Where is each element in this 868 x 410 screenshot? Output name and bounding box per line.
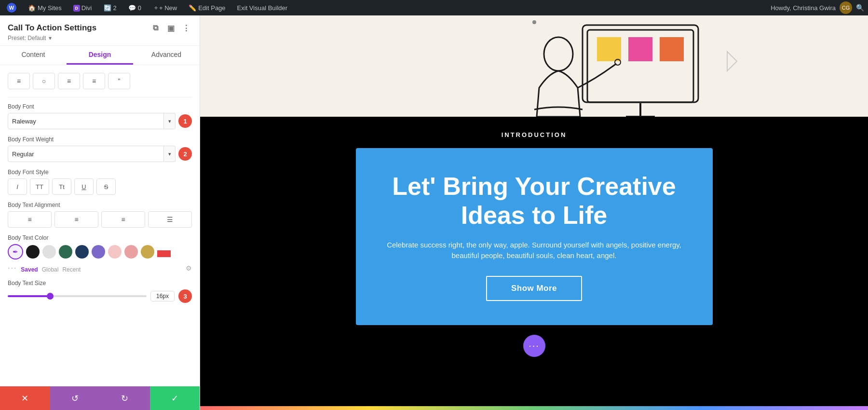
color-swatch-purple[interactable] [92,245,105,259]
color-swatch-light[interactable] [42,245,56,259]
edit-page-link[interactable]: ✏️ Edit Page [186,0,228,15]
tab-design[interactable]: Design [67,46,133,65]
slider-row: 16px 3 [8,289,192,303]
plus-icon: ＋ [153,3,159,12]
more-colors-dots[interactable]: ··· [8,264,17,273]
redo-button[interactable]: ↻ [100,386,150,410]
svg-rect-4 [660,37,684,61]
purple-dots-button[interactable]: ··· [523,335,545,357]
search-icon[interactable]: 🔍 [856,4,864,12]
body-font-weight-label: Body Font Weight [8,136,192,143]
global-tab[interactable]: Global [42,266,59,273]
color-swatch-black[interactable] [26,245,40,259]
italic-btn[interactable]: I [8,178,27,195]
body-font-chevron[interactable]: ▾ [164,113,176,129]
my-sites-label: My Sites [38,4,62,12]
align-center-btn[interactable]: ≡ [54,211,98,228]
capitalize-btn[interactable]: Tt [52,178,71,195]
cta-subtitle: Celebrate success right, the only way, a… [385,240,684,261]
align-left-icon-btn[interactable]: ≡ [8,73,30,89]
dropdown-arrow-icon: ▾ [49,35,52,41]
main-layout: Call To Action Settings ⧉ ▣ ⋮ Preset: De… [0,15,868,410]
cta-card: Let' Bring Your Creative Ideas to Life C… [356,148,713,325]
body-font-style-row: I TT Tt U S [8,178,192,195]
icon-row: ≡ ○ ≡ ≡ " [8,73,192,89]
saved-tab[interactable]: Saved [21,266,38,273]
new-label: + New [159,4,177,12]
color-swatch-green[interactable] [59,245,72,259]
cta-title: Let' Bring Your Creative Ideas to Life [385,172,684,230]
user-label: Howdy, Christina Gwira [771,4,836,12]
recent-tab[interactable]: Recent [62,266,81,273]
expand-icon[interactable]: ▣ [165,22,176,34]
content-area: INTRODUCTION Let' Bring Your Creative Id… [200,15,868,410]
list-icon-btn[interactable]: ≡ [58,73,80,89]
color-swatch-red[interactable] [157,250,171,257]
undo-button[interactable]: ↺ [50,386,100,410]
illustration-area [200,15,868,117]
my-sites-link[interactable]: 🏠 My Sites [25,0,65,15]
color-swatch-pink-light[interactable] [108,245,122,259]
preset-text: Preset: Default [8,35,46,41]
save-button[interactable]: ✓ [150,386,200,410]
comments-count: 2 [113,4,117,12]
bottom-toolbar: ✕ ↺ ↻ ✓ [0,386,200,410]
body-text-color-label: Body Text Color [8,234,192,241]
new-button[interactable]: ＋ + New [150,0,180,15]
tab-advanced[interactable]: Advanced [133,46,200,65]
size-slider-thumb[interactable] [47,293,54,300]
color-swatch-navy[interactable] [75,245,89,259]
uppercase-btn[interactable]: TT [30,178,49,195]
body-font-select[interactable]: Raleway Arial Open Sans [8,113,164,129]
underline-btn[interactable]: U [74,178,94,195]
size-slider-track[interactable] [8,295,147,297]
svg-point-7 [544,37,573,71]
body-font-weight-badge: 2 [178,147,192,161]
color-swatch-pink[interactable] [124,245,138,259]
divider-1 [8,97,192,97]
svg-rect-1 [583,25,698,102]
top-dot-decoration [532,20,536,24]
exit-builder-label: Exit Visual Builder [237,4,288,12]
ordered-list-icon-btn[interactable]: ≡ [83,73,105,89]
body-font-weight-row: Regular Bold Light ▾ 2 [8,146,192,162]
body-font-weight-select[interactable]: Regular Bold Light [8,146,164,162]
rainbow-bar [200,406,868,410]
align-right-btn[interactable]: ≡ [101,211,145,228]
body-font-weight-chevron[interactable]: ▾ [164,146,176,162]
divi-link[interactable]: D Divi [70,0,95,15]
circle-icon-btn[interactable]: ○ [33,73,55,89]
align-left-btn[interactable]: ≡ [8,211,52,228]
color-tabs: Saved Global Recent [21,266,81,273]
quote-icon-btn[interactable]: " [108,73,130,89]
settings-panel: Call To Action Settings ⧉ ▣ ⋮ Preset: De… [0,15,200,410]
redo-icon: ↻ [121,393,128,404]
tab-content[interactable]: Content [0,46,67,65]
topbar-right: Howdy, Christina Gwira CG 🔍 [771,1,864,14]
body-font-select-wrapper: Raleway Arial Open Sans ▾ [8,113,176,129]
show-more-label: Show More [511,284,557,293]
cancel-button[interactable]: ✕ [0,386,50,410]
more-options-icon[interactable]: ⋮ [180,22,192,34]
color-swatch-gold[interactable] [141,245,154,259]
size-value[interactable]: 16px [150,291,175,301]
dots-icon: ··· [529,340,540,351]
body-font-style-label: Body Font Style [8,169,192,176]
minimize-icon[interactable]: ⧉ [149,22,161,34]
comments-link[interactable]: 🔄 2 [101,0,120,15]
speech-bubble-link[interactable]: 💬 0 [125,0,144,15]
strikethrough-btn[interactable]: S [96,178,116,195]
svg-marker-9 [727,52,737,71]
exit-builder-link[interactable]: Exit Visual Builder [234,0,291,15]
preset-label[interactable]: Preset: Default ▾ [8,35,192,41]
cancel-icon: ✕ [21,393,28,404]
eyedropper-btn[interactable]: ✒ [8,244,23,260]
wordpress-logo[interactable]: W [4,0,19,15]
show-more-button[interactable]: Show More [486,276,582,301]
pencil-icon: ✏️ [189,4,196,12]
align-justify-btn[interactable]: ☰ [148,211,192,228]
edit-page-label: Edit Page [198,4,225,12]
user-avatar[interactable]: CG [840,1,852,14]
color-settings-icon[interactable]: ⚙ [186,264,192,272]
save-icon: ✓ [171,393,178,404]
